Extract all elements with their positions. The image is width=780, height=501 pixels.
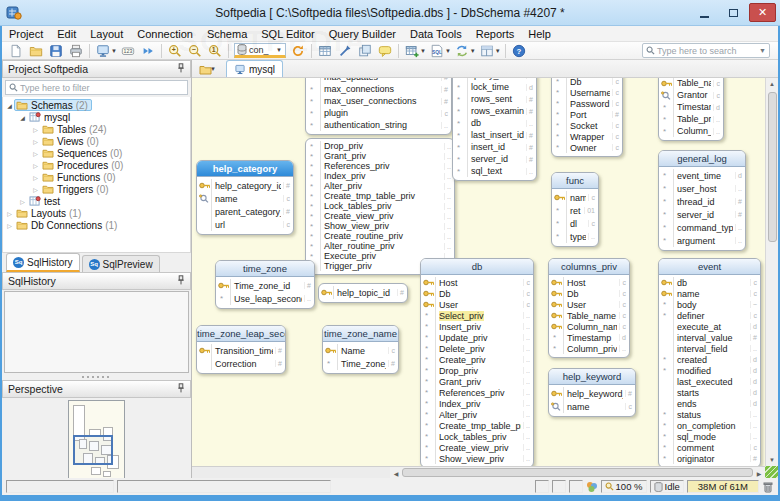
table-slow_log[interactable]: *query_timed*lock_timed*rows_sent#*rows_… bbox=[452, 78, 537, 181]
column-row[interactable]: *commentc bbox=[659, 442, 760, 453]
column-row[interactable]: Table_namec bbox=[659, 78, 723, 89]
column-row[interactable]: *Passwordc bbox=[552, 98, 622, 109]
column-row[interactable]: namec bbox=[549, 400, 635, 413]
tree-collapsed-icon[interactable]: ▷ bbox=[31, 138, 40, 145]
tree-collapsed-icon[interactable]: ▷ bbox=[31, 174, 40, 181]
column-row[interactable]: endsd bbox=[659, 398, 760, 409]
table-columns_priv[interactable]: columns_privHostcDbcUsercTable_namecColu… bbox=[548, 258, 630, 358]
tree-collapsed-icon[interactable]: ▷ bbox=[31, 186, 40, 193]
tree-filter-input[interactable]: Type here to filter bbox=[5, 80, 188, 95]
column-row[interactable]: execute_atd bbox=[659, 321, 760, 332]
tree-item-tables[interactable]: ▷Tables(24) bbox=[3, 123, 190, 135]
tree-item-triggers[interactable]: ▷Triggers(0) bbox=[3, 183, 190, 195]
table-header-general_log[interactable]: general_log bbox=[659, 151, 745, 167]
column-row[interactable]: *Create_priv.. bbox=[421, 354, 533, 365]
column-row[interactable]: *db.. bbox=[453, 117, 536, 129]
save-button[interactable] bbox=[46, 42, 66, 59]
table-button[interactable] bbox=[315, 42, 335, 59]
column-row[interactable]: *Column_priv.. bbox=[659, 125, 723, 137]
column-row[interactable]: *Index_priv.. bbox=[306, 171, 454, 181]
column-row[interactable]: Namec bbox=[323, 344, 398, 357]
tab-sqlhistory[interactable]: SqSqlHistory bbox=[6, 253, 80, 272]
tree-collapsed-icon[interactable]: ▷ bbox=[5, 222, 14, 229]
table-event[interactable]: eventdbcnamec*body~*definercexecute_atdi… bbox=[658, 258, 761, 466]
column-row[interactable]: interval_value# bbox=[659, 332, 760, 343]
column-row[interactable]: *Time_zone_id# bbox=[323, 357, 398, 370]
menu-item-data-tools[interactable]: Data Tools bbox=[403, 26, 469, 42]
layouts-folder-button[interactable]: ▼ bbox=[196, 61, 220, 77]
table-time_zone[interactable]: time_zoneTime_zone_id#*Use_leap_seconds.… bbox=[215, 260, 315, 309]
menu-item-help[interactable]: Help bbox=[521, 26, 558, 42]
column-row[interactable]: *ret01 bbox=[552, 204, 598, 217]
menu-item-layout[interactable]: Layout bbox=[83, 26, 130, 42]
column-row[interactable]: *type.. bbox=[552, 230, 598, 243]
tree-item-procedures[interactable]: ▷Procedures(0) bbox=[3, 159, 190, 171]
resize-grip[interactable] bbox=[765, 466, 778, 478]
column-row[interactable]: *last_insert_id# bbox=[453, 129, 536, 141]
column-row[interactable]: *Drop_priv.. bbox=[306, 141, 454, 151]
column-row[interactable]: help_keyword_id# bbox=[549, 387, 635, 400]
table-host[interactable]: *Drop_priv..*Grant_priv..*References_pri… bbox=[305, 138, 455, 275]
tree-item-layouts[interactable]: ▷Layouts(1) bbox=[3, 207, 190, 219]
table-help_topic[interactable]: help_topic_id# bbox=[318, 283, 408, 303]
table-header-func[interactable]: func bbox=[552, 173, 598, 189]
column-row[interactable]: *user_host.. bbox=[659, 182, 745, 195]
column-row[interactable]: *Port# bbox=[552, 109, 622, 120]
column-row[interactable]: Dbc bbox=[421, 288, 533, 299]
close-button[interactable]: ✕ bbox=[749, 3, 776, 22]
zoom-out-button[interactable]: − bbox=[185, 42, 205, 59]
column-row[interactable]: *Alter_priv.. bbox=[421, 409, 533, 420]
table-help_category[interactable]: help_categoryhelp_category_id#namecparen… bbox=[196, 160, 294, 235]
table-header-event[interactable]: event bbox=[659, 259, 760, 275]
zoom-reset-button[interactable]: 1 bbox=[205, 42, 225, 59]
column-row[interactable]: *Alter_routine_priv.. bbox=[306, 241, 454, 251]
column-row[interactable]: *Show_view_priv.. bbox=[306, 221, 454, 231]
column-row[interactable]: *body~ bbox=[659, 299, 760, 310]
column-row[interactable]: *command_type.. bbox=[659, 221, 745, 234]
menu-item-project[interactable]: Project bbox=[2, 26, 50, 42]
table-tables_priv[interactable]: UsercTable_namecGrantorc*Timestampd*Tabl… bbox=[658, 78, 724, 141]
tree-collapsed-icon[interactable]: ▷ bbox=[31, 162, 40, 169]
layout-button[interactable] bbox=[93, 42, 113, 59]
layout-grid-button[interactable] bbox=[477, 42, 497, 59]
column-row[interactable]: Table_namec bbox=[549, 310, 629, 321]
refresh-button[interactable] bbox=[288, 42, 308, 59]
column-row[interactable]: *rows_sent# bbox=[453, 93, 536, 105]
menu-item-edit[interactable]: Edit bbox=[50, 26, 83, 42]
table-time_zone_name[interactable]: time_zone_nameNamec*Time_zone_id# bbox=[322, 325, 399, 374]
column-row[interactable]: *Index_priv.. bbox=[421, 398, 533, 409]
column-row[interactable]: last_executedd bbox=[659, 376, 760, 387]
tab-mysql[interactable]: mysql bbox=[226, 60, 283, 77]
column-row[interactable]: Grantorc bbox=[659, 89, 723, 101]
column-row[interactable]: *Grant_priv.. bbox=[421, 376, 533, 387]
relation-button[interactable] bbox=[335, 42, 355, 59]
column-row[interactable]: *References_priv.. bbox=[306, 161, 454, 171]
column-row[interactable]: namec bbox=[659, 288, 760, 299]
column-row[interactable]: *Alter_priv.. bbox=[306, 181, 454, 191]
pin-icon[interactable] bbox=[177, 63, 185, 75]
column-row[interactable]: Userc bbox=[549, 299, 629, 310]
column-row[interactable]: startsd bbox=[659, 387, 760, 398]
tree-item-schemas[interactable]: ◢Schemas(2) bbox=[3, 99, 190, 111]
column-row[interactable]: *Update_priv.. bbox=[421, 332, 533, 343]
column-row[interactable]: dbc bbox=[659, 277, 760, 288]
column-row[interactable]: *pluginc bbox=[306, 107, 451, 119]
scroll-up-arrow[interactable]: ▲ bbox=[766, 78, 778, 90]
column-row[interactable]: *event_timed bbox=[659, 169, 745, 182]
table-user[interactable]: *max_updates#*max_connections#*max_user_… bbox=[305, 78, 452, 135]
tree-collapsed-icon[interactable]: ▷ bbox=[18, 198, 27, 205]
help-button[interactable]: ? bbox=[509, 42, 529, 59]
new-table-button[interactable] bbox=[402, 42, 422, 59]
table-func[interactable]: funcnamec*ret01*dlc*type.. bbox=[551, 172, 599, 247]
column-row[interactable]: *Create_tmp_table_priv.. bbox=[306, 191, 454, 201]
column-row[interactable]: *max_connections# bbox=[306, 83, 451, 95]
pin-icon[interactable] bbox=[177, 383, 185, 395]
tree-item-db-connections[interactable]: ▷Db Connections(1) bbox=[3, 219, 190, 231]
tree-item-views[interactable]: ▷Views(0) bbox=[3, 135, 190, 147]
column-row[interactable]: *Wrapperc bbox=[552, 131, 622, 142]
vertical-scroll-thumb[interactable] bbox=[768, 92, 777, 242]
sqlhistory-list[interactable] bbox=[4, 291, 189, 373]
column-row[interactable]: *createdd bbox=[659, 354, 760, 365]
column-row[interactable]: *Use_leap_seconds.. bbox=[216, 292, 314, 305]
sync-button[interactable] bbox=[452, 42, 472, 59]
